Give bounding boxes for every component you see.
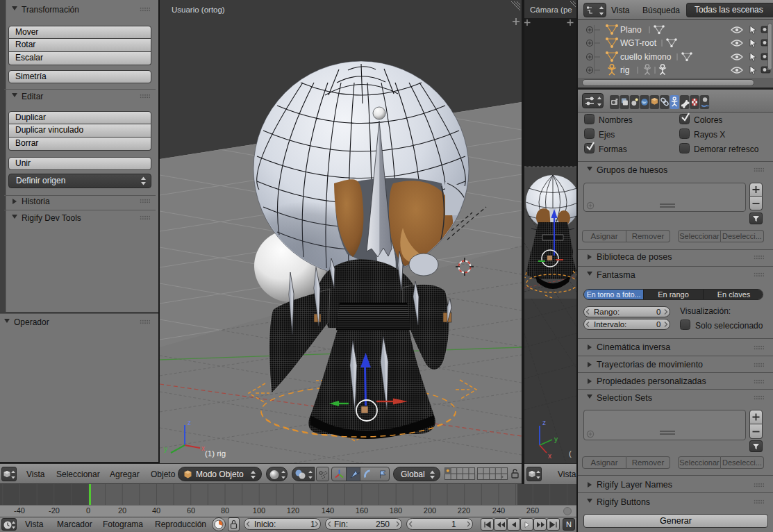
svg-text:x: x: [548, 452, 551, 460]
svg-text:(1) rig: (1) rig: [205, 449, 226, 458]
svg-text:Cámara (pe: Cámara (pe: [530, 6, 572, 14]
svg-text:(: (: [569, 449, 572, 458]
svg-text:z: z: [542, 419, 546, 426]
svg-text:y: y: [164, 445, 167, 453]
svg-text:z: z: [188, 419, 191, 426]
svg-text:Usuario (ortog): Usuario (ortog): [172, 6, 225, 14]
svg-text:y: y: [554, 435, 558, 443]
